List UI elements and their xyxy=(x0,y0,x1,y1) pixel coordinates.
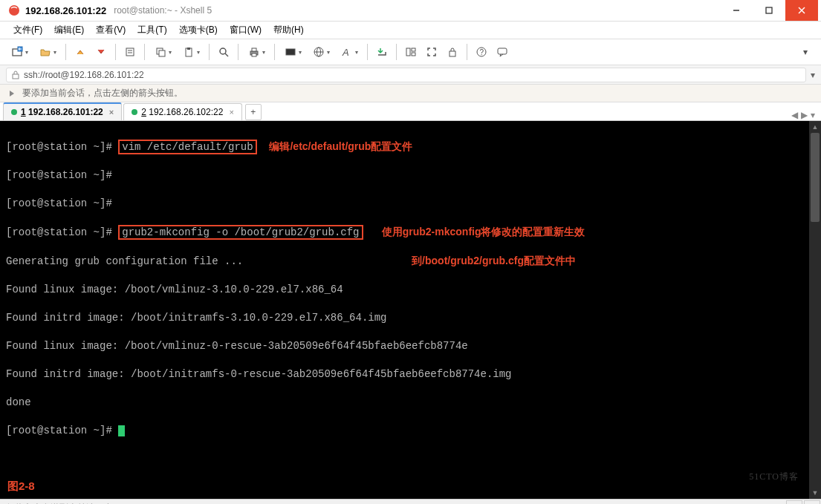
separator xyxy=(367,44,368,60)
scroll-up-button[interactable]: ▲ xyxy=(809,121,821,133)
chat-button[interactable] xyxy=(493,42,512,62)
figure-label: 图2-8 xyxy=(7,479,35,493)
toolbar: A ? ▾ xyxy=(0,39,821,65)
hint-arrow-icon[interactable] xyxy=(7,88,18,99)
tab-list-button[interactable]: ▾ xyxy=(811,110,815,120)
svg-rect-32 xyxy=(498,48,507,54)
fullscreen-button[interactable] xyxy=(422,42,441,62)
tab-2[interactable]: 2 192.168.26.102:22 × xyxy=(123,103,242,120)
tab-close-button[interactable]: × xyxy=(229,108,233,117)
font-button[interactable]: A xyxy=(336,42,363,62)
pin-button[interactable] xyxy=(786,500,802,505)
menu-file[interactable]: 文件(F) xyxy=(7,22,48,38)
svg-rect-15 xyxy=(187,48,190,50)
svg-rect-33 xyxy=(13,74,19,79)
svg-rect-20 xyxy=(252,53,256,56)
svg-rect-19 xyxy=(252,48,256,51)
tab-next-button[interactable]: ▶ xyxy=(801,110,808,120)
tab-close-button[interactable]: × xyxy=(109,108,114,117)
terminal-area: [root@station ~]# vim /etc/default/grub … xyxy=(0,121,821,499)
watermark: 51CTO博客 xyxy=(749,470,799,484)
close-button[interactable] xyxy=(785,0,818,21)
address-bar: ssh://root@192.168.26.101:22 ▾ xyxy=(0,65,821,85)
shell-prompt: [root@station ~]# xyxy=(6,169,112,181)
tab-index: 2 xyxy=(141,107,146,117)
separator xyxy=(144,44,145,60)
maximize-button[interactable] xyxy=(753,0,785,21)
tab-1[interactable]: 1 192.168.26.101:22 × xyxy=(3,102,122,120)
scroll-thumb[interactable] xyxy=(811,133,820,222)
tab-bar: 1 192.168.26.101:22 × 2 192.168.26.102:2… xyxy=(0,102,821,121)
minimize-button[interactable] xyxy=(720,0,753,21)
color-scheme-button[interactable] xyxy=(279,42,306,62)
send-dropdown-button[interactable]: ▼ xyxy=(804,500,820,505)
menubar: 文件(F) 编辑(E) 查看(V) 工具(T) 选项卡(B) 窗口(W) 帮助(… xyxy=(0,22,821,39)
menu-tabs[interactable]: 选项卡(B) xyxy=(173,22,224,38)
lock-icon xyxy=(11,71,20,79)
menu-edit[interactable]: 编辑(E) xyxy=(48,22,90,38)
print-button[interactable] xyxy=(243,42,270,62)
terminal-output: done xyxy=(6,396,803,410)
svg-rect-29 xyxy=(450,51,455,56)
toolbar-overflow-button[interactable]: ▾ xyxy=(796,42,815,62)
menu-view[interactable]: 查看(V) xyxy=(90,22,132,38)
svg-line-17 xyxy=(225,53,228,56)
separator xyxy=(396,44,397,60)
menu-help[interactable]: 帮助(H) xyxy=(267,22,310,38)
annotation-1: 编辑/etc/default/grub配置文件 xyxy=(269,140,412,152)
help-button[interactable]: ? xyxy=(472,42,491,62)
terminal-output: Found linux image: /boot/vmlinuz-0-rescu… xyxy=(6,339,803,353)
status-dot-icon xyxy=(11,109,17,115)
separator xyxy=(238,44,238,60)
svg-rect-13 xyxy=(159,50,165,56)
properties-button[interactable] xyxy=(120,42,140,62)
reconnect-button[interactable] xyxy=(71,42,90,62)
window-title-rest: root@station:~ - Xshell 5 xyxy=(114,5,212,16)
transfer-button[interactable] xyxy=(372,42,392,62)
paste-button[interactable] xyxy=(178,42,204,62)
tab-nav: ◀ ▶ ▾ xyxy=(791,110,821,120)
encoding-button[interactable] xyxy=(308,42,334,62)
open-button[interactable] xyxy=(34,42,61,62)
terminal[interactable]: [root@station ~]# vim /etc/default/grub … xyxy=(0,121,809,499)
copy-button[interactable] xyxy=(149,42,176,62)
window-title-host: 192.168.26.101:22 xyxy=(25,5,106,16)
tab-prev-button[interactable]: ◀ xyxy=(791,110,798,120)
terminal-output: Found initrd image: /boot/initramfs-0-re… xyxy=(6,367,803,382)
menu-tools[interactable]: 工具(T) xyxy=(132,22,172,38)
address-overflow-button[interactable]: ▾ xyxy=(811,70,815,80)
annotation-2a: 使用grub2-mkconfig将修改的配置重新生效 xyxy=(382,226,585,238)
shell-prompt: [root@station ~]# xyxy=(6,141,112,153)
disconnect-button[interactable] xyxy=(91,42,111,62)
tab-label: 192.168.26.101:22 xyxy=(28,107,103,117)
shell-prompt: [root@station ~]# xyxy=(6,425,112,436)
svg-rect-27 xyxy=(412,48,415,51)
terminal-scrollbar[interactable]: ▲ ▼ xyxy=(809,121,821,499)
send-bar: 仅将文本发送到当前选项卡 ▼ xyxy=(0,499,821,504)
tab-index: 1 xyxy=(21,107,26,117)
separator xyxy=(65,44,66,60)
terminal-output: Found linux image: /boot/vmlinuz-3.10.0-… xyxy=(6,283,803,297)
address-input[interactable]: ssh://root@192.168.26.101:22 xyxy=(6,68,806,82)
svg-text:?: ? xyxy=(480,48,484,56)
shell-prompt: [root@station ~]# xyxy=(6,197,112,209)
svg-rect-9 xyxy=(126,48,134,56)
separator xyxy=(209,44,210,60)
scroll-track[interactable] xyxy=(809,133,821,487)
terminal-output: Generating grub configuration file ... xyxy=(6,255,243,267)
new-session-button[interactable] xyxy=(6,42,33,62)
lock-button[interactable] xyxy=(443,42,462,62)
terminal-output: Found initrd image: /boot/initramfs-3.10… xyxy=(6,311,803,325)
svg-point-16 xyxy=(220,48,226,54)
svg-text:A: A xyxy=(342,47,349,58)
find-button[interactable] xyxy=(214,42,233,62)
hint-bar: 要添加当前会话，点击左侧的箭头按钮。 xyxy=(0,85,821,102)
menu-window[interactable]: 窗口(W) xyxy=(224,22,267,38)
hint-text: 要添加当前会话，点击左侧的箭头按钮。 xyxy=(22,87,183,99)
scroll-down-button[interactable]: ▼ xyxy=(809,487,821,499)
layout-button[interactable] xyxy=(401,42,421,62)
send-input[interactable]: 仅将文本发送到当前选项卡 xyxy=(0,500,785,504)
add-tab-button[interactable]: + xyxy=(245,104,262,120)
svg-rect-2 xyxy=(766,7,772,13)
status-dot-icon xyxy=(132,109,137,115)
